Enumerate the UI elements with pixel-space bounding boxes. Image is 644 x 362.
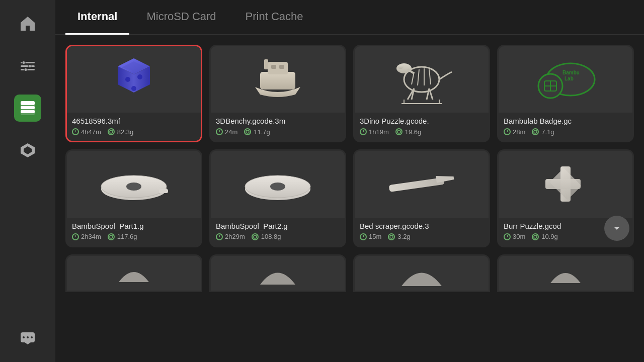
weight-meta-7: 3.2g	[387, 233, 410, 241]
weight-value-1: 82.3g	[117, 128, 134, 136]
weight-value-7: 3.2g	[397, 233, 410, 240]
file-grid: 46518596.3mf 4h47m 82.3g	[55, 35, 644, 362]
file-card-11[interactable]	[353, 254, 490, 292]
thumbnail-9	[67, 256, 201, 291]
svg-point-17	[27, 336, 29, 338]
card-info-4: Bambulab Badge.gc 28m 7.1g	[499, 113, 632, 141]
svg-rect-30	[271, 65, 276, 69]
sidebar-icon-settings[interactable]	[14, 52, 41, 79]
card-meta-1: 4h47m 82.3g	[72, 128, 196, 136]
weight-meta-2: 11.7g	[244, 128, 270, 136]
svg-point-25	[131, 86, 136, 91]
main-content: Internal MicroSD Card Print Cache	[55, 0, 644, 362]
card-name-7: Bed scraper.gcode.3	[360, 222, 484, 230]
sidebar-icon-home[interactable]	[14, 10, 41, 37]
svg-point-51	[397, 130, 400, 133]
time-value-7: 15m	[369, 233, 381, 240]
sidebar	[0, 0, 55, 362]
file-card-8[interactable]: Burr Puzzle.gcod 30m 10.9g	[497, 149, 634, 247]
time-meta-5: 2h34m	[72, 233, 101, 240]
svg-rect-78	[549, 168, 582, 201]
partial-shape-9	[109, 257, 159, 290]
clock-icon-4	[504, 128, 511, 135]
weight-meta-8: 10.9g	[531, 233, 558, 241]
tab-microsd[interactable]: MicroSD Card	[134, 0, 228, 35]
card-name-2: 3DBenchy.gcode.3m	[216, 117, 340, 125]
file-card-12[interactable]	[497, 254, 634, 292]
svg-point-65	[108, 234, 114, 240]
scraper-icon	[384, 159, 459, 209]
card-meta-5: 2h34m 117.6g	[72, 233, 196, 241]
file-card-9[interactable]	[65, 254, 202, 292]
time-meta-3: 1h19m	[360, 128, 389, 136]
svg-line-37	[418, 69, 419, 85]
svg-rect-2	[21, 69, 35, 70]
partial-shape-12	[540, 257, 591, 290]
svg-rect-11	[21, 106, 35, 109]
file-card-2[interactable]: 3DBenchy.gcode.3m 24m 11.7g	[209, 45, 346, 142]
sidebar-icon-messages[interactable]	[14, 325, 41, 352]
tab-internal[interactable]: Internal	[65, 0, 129, 35]
card-info-7: Bed scraper.gcode.3 15m 3.2g	[355, 218, 489, 246]
svg-point-63	[126, 183, 141, 191]
svg-point-4	[23, 61, 25, 64]
spool2-icon	[240, 159, 315, 209]
time-meta-8: 30m	[504, 233, 525, 240]
file-card-1[interactable]: 46518596.3mf 4h47m 82.3g	[65, 45, 202, 142]
tab-printcache[interactable]: Print Cache	[233, 0, 315, 35]
svg-point-70	[252, 234, 258, 240]
svg-rect-10	[21, 101, 35, 105]
card-meta-6: 2h29m 108.8g	[216, 233, 340, 241]
thumbnail-10	[211, 256, 345, 291]
svg-point-80	[534, 235, 537, 238]
svg-point-59	[532, 129, 538, 135]
time-meta-4: 28m	[504, 128, 525, 136]
svg-point-8	[25, 68, 27, 71]
svg-point-50	[396, 129, 402, 135]
clock-icon-6	[216, 233, 223, 240]
thumbnail-2	[211, 46, 345, 113]
weight-value-8: 10.9g	[541, 233, 558, 240]
file-card-5[interactable]: BambuSpool_Part1.g 2h34m 117.6g	[65, 149, 202, 247]
card-meta-7: 15m 3.2g	[360, 233, 484, 241]
thumbnail-3	[355, 46, 489, 113]
time-value-4: 28m	[513, 128, 525, 136]
time-value-1: 4h47m	[81, 128, 101, 136]
svg-rect-64	[159, 189, 168, 193]
svg-point-24	[137, 74, 142, 79]
svg-point-75	[390, 235, 393, 238]
svg-rect-12	[21, 110, 35, 113]
time-meta-7: 15m	[360, 233, 381, 240]
file-card-10[interactable]	[209, 254, 346, 292]
spool-icon-8	[531, 233, 539, 241]
svg-rect-28	[260, 72, 295, 89]
svg-rect-29	[268, 62, 288, 74]
svg-point-26	[108, 129, 114, 135]
chevron-down-icon	[611, 222, 623, 234]
card-info-5: BambuSpool_Part1.g 2h34m 117.6g	[67, 218, 201, 246]
svg-point-79	[532, 234, 538, 240]
weight-meta-3: 19.6g	[395, 128, 422, 136]
card-info-1: 46518596.3mf 4h47m 82.3g	[67, 113, 201, 141]
file-card-6[interactable]: BambuSpool_Part2.g 2h29m 108.8g	[209, 149, 346, 247]
spool-icon-7	[387, 233, 395, 241]
time-meta-6: 2h29m	[216, 233, 245, 240]
card-info-2: 3DBenchy.gcode.3m 24m 11.7g	[211, 113, 345, 141]
weight-value-2: 11.7g	[254, 128, 270, 136]
sidebar-icon-files[interactable]	[14, 95, 41, 122]
file-card-4[interactable]: Bambu Lab Bambulab Badge.gc 28m	[497, 45, 634, 142]
svg-point-60	[534, 130, 537, 133]
file-card-3[interactable]: 3Dino Puzzle.gcode. 1h19m 19.6g	[353, 45, 490, 142]
tab-bar: Internal MicroSD Card Print Cache	[55, 0, 644, 35]
file-card-7[interactable]: Bed scraper.gcode.3 15m 3.2g	[353, 149, 490, 247]
card-meta-2: 24m 11.7g	[216, 128, 340, 136]
boat-icon	[245, 52, 310, 107]
svg-point-69	[270, 183, 285, 191]
sidebar-icon-materials[interactable]	[14, 137, 41, 164]
svg-point-33	[245, 129, 251, 135]
svg-line-39	[429, 69, 431, 84]
clock-icon-8	[504, 233, 511, 240]
scroll-down-button[interactable]	[604, 216, 629, 241]
spool-icon-1	[107, 128, 115, 136]
svg-rect-32	[264, 59, 268, 69]
